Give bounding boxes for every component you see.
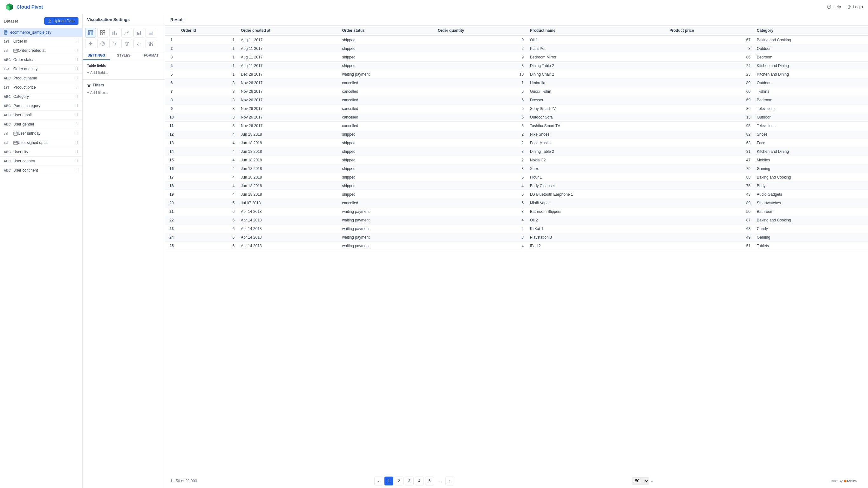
tab-settings[interactable]: SETTINGS [83, 51, 110, 60]
table-cell: Nokia C2 [527, 156, 666, 164]
table-viz-btn[interactable] [85, 28, 96, 37]
add-field-button[interactable]: + Add field... [87, 69, 160, 76]
combo-viz-btn[interactable] [146, 39, 156, 48]
svg-point-53 [75, 114, 76, 114]
field-item[interactable]: ABCUser country [0, 157, 82, 166]
svg-point-87 [75, 160, 76, 161]
table-cell: Baking and Cooking [754, 36, 868, 44]
table-fields-title: Table fields [87, 64, 160, 67]
funnel-viz-btn[interactable] [109, 39, 120, 48]
table-cell: shipped [339, 190, 435, 199]
drag-handle[interactable] [75, 57, 79, 62]
settings-tabs: SETTINGS STYLES FORMAT [83, 51, 165, 60]
scatter-viz-btn[interactable] [133, 39, 144, 48]
tab-styles[interactable]: STYLES [110, 51, 137, 60]
table-cell: 6 [178, 208, 238, 216]
field-item[interactable]: calUser signed up at [0, 138, 82, 147]
next-page-button[interactable]: › [445, 477, 454, 485]
table-cell: shipped [339, 139, 435, 147]
field-type: cal [4, 132, 13, 135]
svg-point-85 [75, 159, 76, 160]
drag-handle[interactable] [75, 122, 79, 127]
result-title: Result [165, 14, 868, 26]
pivot-viz-btn[interactable] [97, 28, 108, 37]
page-button-3[interactable]: 3 [405, 477, 414, 485]
svg-point-17 [75, 58, 76, 59]
table-container[interactable]: Order id Order created at Order status O… [165, 26, 868, 474]
drag-handle[interactable] [75, 75, 79, 81]
login-link[interactable]: Login [847, 4, 863, 9]
page-button-1[interactable]: 1 [384, 477, 393, 485]
svg-point-55 [75, 114, 76, 115]
svg-point-76 [77, 142, 78, 143]
field-type: ABC [4, 150, 13, 154]
page-button-5[interactable]: 5 [425, 477, 434, 485]
field-item[interactable]: ABCCategory [0, 92, 82, 101]
drag-handle[interactable] [75, 94, 79, 99]
field-item[interactable]: 123Order quantity [0, 64, 82, 74]
tab-format[interactable]: FORMAT [137, 51, 165, 60]
add-filter-button[interactable]: + Add filter... [87, 89, 160, 96]
svg-point-46 [77, 97, 78, 97]
drag-handle[interactable] [75, 39, 79, 44]
field-item[interactable]: ABCUser gender [0, 120, 82, 129]
svg-point-90 [77, 161, 78, 162]
table-cell: shipped [339, 182, 435, 190]
field-item[interactable]: calOrder created at [0, 46, 82, 55]
drag-handle[interactable] [75, 140, 79, 145]
drag-handle[interactable] [75, 158, 79, 163]
row-number: 15 [165, 156, 178, 164]
svg-point-33 [75, 79, 76, 79]
dataset-file[interactable]: ecommerce_sample.csv [0, 28, 82, 37]
page-button-2[interactable]: 2 [395, 477, 403, 485]
table-cell: 68 [666, 173, 754, 182]
table-cell: 4 [178, 190, 238, 199]
table-cell: Aug 11 2017 [238, 44, 339, 53]
table-cell: Jun 18 2018 [238, 139, 339, 147]
drag-handle[interactable] [75, 103, 79, 108]
svg-point-11 [75, 49, 76, 50]
row-number: 21 [165, 208, 178, 216]
page-size-selector[interactable]: 50 100 200 [631, 477, 654, 485]
field-item[interactable]: ABCUser email [0, 111, 82, 120]
field-item[interactable]: ABCOrder status [0, 55, 82, 64]
drag-handle[interactable] [75, 131, 79, 136]
table-cell: Toshiba Smart TV [527, 122, 666, 130]
table-cell: Televisions [754, 122, 868, 130]
drag-handle[interactable] [75, 48, 79, 53]
upload-data-button[interactable]: Upload Data [44, 17, 79, 25]
prev-page-button[interactable]: ‹ [374, 477, 383, 485]
field-type: ABC [4, 95, 13, 98]
pie-viz-btn[interactable] [97, 39, 108, 48]
pagination-bar: 1 - 50 of 20,900 ‹12345...› 50 100 200 B… [165, 474, 868, 488]
page-size-select[interactable]: 50 100 200 [631, 477, 649, 485]
table-cell: Playstation 3 [527, 233, 666, 242]
area-viz-btn[interactable] [146, 28, 156, 37]
table-cell: shipped [339, 62, 435, 70]
table-row: 154Jun 18 2018shipped2Nokia C247Mobiles [165, 156, 868, 164]
bar-viz-btn[interactable] [109, 28, 120, 37]
field-item[interactable]: 123Order id [0, 37, 82, 46]
field-item[interactable]: ABCProduct name [0, 74, 82, 83]
help-link[interactable]: ? Help [827, 4, 841, 9]
drag-handle[interactable] [75, 113, 79, 118]
logo-icon [5, 3, 14, 11]
table-cell: 6 [435, 190, 527, 199]
field-name: Product price [13, 85, 75, 90]
metric-viz-btn[interactable] [85, 39, 96, 48]
column-viz-btn[interactable] [133, 28, 144, 37]
table-cell: Jul 07 2018 [238, 199, 339, 208]
filter-viz-btn[interactable] [121, 39, 132, 48]
field-item[interactable]: 123Product price [0, 83, 82, 92]
drag-handle[interactable] [75, 168, 79, 173]
page-button-4[interactable]: 4 [415, 477, 424, 485]
field-item[interactable]: calUser birthday [0, 129, 82, 138]
svg-rect-113 [149, 43, 150, 46]
field-item[interactable]: ABCUser continent [0, 166, 82, 175]
line-viz-btn[interactable] [121, 28, 132, 37]
drag-handle[interactable] [75, 66, 79, 71]
field-item[interactable]: ABCUser city [0, 147, 82, 157]
drag-handle[interactable] [75, 85, 79, 90]
field-item[interactable]: ABCParent category [0, 101, 82, 111]
drag-handle[interactable] [75, 149, 79, 154]
